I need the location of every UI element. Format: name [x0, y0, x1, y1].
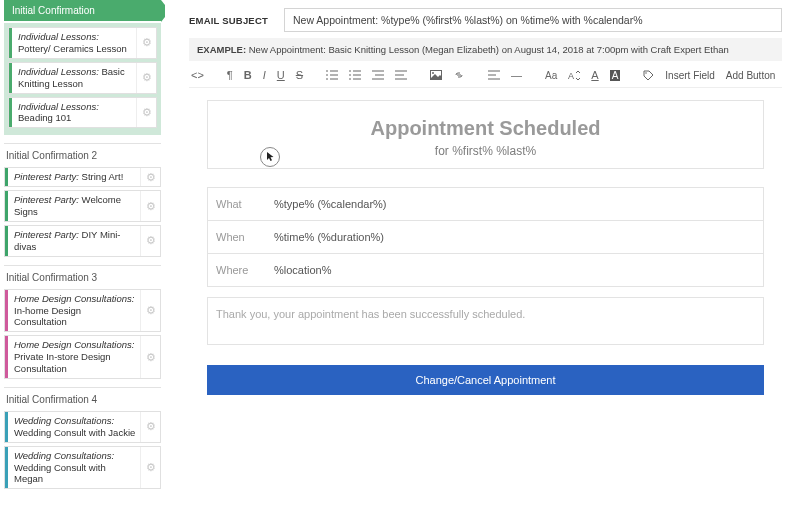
- sidebar-item[interactable]: Pinterest Party: String Art!⚙: [4, 167, 161, 187]
- gear-icon[interactable]: ⚙: [140, 226, 160, 256]
- example-text: New Appointment: Basic Knitting Lesson (…: [249, 44, 729, 55]
- detail-label: Where: [208, 254, 266, 286]
- thanks-block[interactable]: Thank you, your appointment has been suc…: [207, 297, 764, 345]
- change-cancel-button[interactable]: Change/Cancel Appointment: [207, 365, 764, 395]
- sidebar-item[interactable]: Individual Lessons: Beading 101⚙: [8, 97, 157, 129]
- example-label: EXAMPLE:: [197, 44, 246, 55]
- sidebar-item[interactable]: Home Design Consultations: In-home Desig…: [4, 289, 161, 333]
- gear-icon[interactable]: ⚙: [140, 290, 160, 332]
- detail-row: What%type% (%calendar%): [208, 188, 763, 221]
- cursor-icon: [260, 147, 280, 167]
- editor-toolbar: <> ¶ B I U S: [189, 65, 782, 88]
- sidebar-item-label: Pinterest Party: DIY Mini-divas: [8, 226, 140, 256]
- svg-text:A: A: [568, 71, 574, 81]
- detail-value: %location%: [266, 254, 763, 286]
- hr-icon[interactable]: —: [511, 69, 522, 81]
- list-ol-icon[interactable]: [349, 70, 361, 80]
- gear-icon[interactable]: ⚙: [136, 98, 156, 128]
- sidebar-item[interactable]: Individual Lessons: Basic Knitting Lesso…: [8, 62, 157, 94]
- sidebar-item-label: Pinterest Party: Welcome Signs: [8, 191, 140, 221]
- gear-icon[interactable]: ⚙: [140, 191, 160, 221]
- detail-label: What: [208, 188, 266, 220]
- sidebar-item[interactable]: Individual Lessons: Pottery/ Ceramics Le…: [8, 27, 157, 59]
- bold-icon[interactable]: B: [244, 69, 252, 81]
- title-block[interactable]: Appointment Scheduled for %first% %last%: [207, 100, 764, 169]
- sidebar-group-header[interactable]: Initial Confirmation 2: [4, 143, 161, 165]
- add-button-button[interactable]: Add Button: [726, 70, 775, 81]
- underline-icon[interactable]: U: [277, 69, 285, 81]
- sidebar-item[interactable]: Wedding Consultations: Wedding Consult w…: [4, 411, 161, 443]
- detail-label: When: [208, 221, 266, 253]
- sidebar-item-label: Individual Lessons: Basic Knitting Lesso…: [12, 63, 136, 93]
- gear-icon[interactable]: ⚙: [140, 168, 160, 186]
- list-ul-icon[interactable]: [326, 70, 338, 80]
- align-icon[interactable]: [488, 70, 500, 80]
- sidebar: Initial ConfirmationIndividual Lessons: …: [0, 0, 165, 525]
- tag-icon[interactable]: [643, 70, 654, 81]
- image-icon[interactable]: [430, 70, 442, 80]
- sidebar-item[interactable]: Wedding Consultations: Wedding Consult w…: [4, 446, 161, 490]
- gear-icon[interactable]: ⚙: [140, 412, 160, 442]
- sidebar-item-label: Wedding Consultations: Wedding Consult w…: [8, 447, 140, 489]
- svg-point-19: [432, 72, 434, 74]
- paragraph-icon[interactable]: ¶: [227, 69, 233, 81]
- italic-icon[interactable]: I: [263, 69, 266, 81]
- sidebar-item-label: Home Design Consultations: Private In-st…: [8, 336, 140, 378]
- link-icon[interactable]: [453, 70, 465, 80]
- indent-icon[interactable]: [395, 70, 407, 80]
- sidebar-item[interactable]: Home Design Consultations: Private In-st…: [4, 335, 161, 379]
- sidebar-item-label: Wedding Consultations: Wedding Consult w…: [8, 412, 140, 442]
- gear-icon[interactable]: ⚙: [140, 336, 160, 378]
- detail-row: Where%location%: [208, 254, 763, 286]
- sidebar-item-label: Individual Lessons: Beading 101: [12, 98, 136, 128]
- subject-label: EMAIL SUBJECT: [189, 15, 268, 26]
- email-editor[interactable]: Appointment Scheduled for %first% %last%…: [189, 100, 782, 395]
- gear-icon[interactable]: ⚙: [136, 63, 156, 93]
- sidebar-item-label: Individual Lessons: Pottery/ Ceramics Le…: [12, 28, 136, 58]
- detail-value: %type% (%calendar%): [266, 188, 763, 220]
- text-color-icon[interactable]: A: [591, 69, 598, 81]
- sidebar-group-header[interactable]: Initial Confirmation 4: [4, 387, 161, 409]
- code-icon[interactable]: <>: [191, 69, 204, 81]
- detail-value: %time% (%duration%): [266, 221, 763, 253]
- font-family-icon[interactable]: Aa: [545, 70, 557, 81]
- appointment-title: Appointment Scheduled: [222, 117, 749, 140]
- sidebar-group-header[interactable]: Initial Confirmation 3: [4, 265, 161, 287]
- strike-icon[interactable]: S: [296, 69, 303, 81]
- example-row: EXAMPLE: New Appointment: Basic Knitting…: [189, 38, 782, 61]
- sidebar-group-header[interactable]: Initial Confirmation: [4, 0, 161, 21]
- sidebar-item-label: Home Design Consultations: In-home Desig…: [8, 290, 140, 332]
- gear-icon[interactable]: ⚙: [140, 447, 160, 489]
- details-table: What%type% (%calendar%)When%time% (%dura…: [207, 187, 764, 287]
- sidebar-item[interactable]: Pinterest Party: Welcome Signs⚙: [4, 190, 161, 222]
- detail-row: When%time% (%duration%): [208, 221, 763, 254]
- subject-input[interactable]: [284, 8, 782, 32]
- svg-point-24: [646, 72, 648, 74]
- font-size-icon[interactable]: A: [568, 70, 580, 81]
- gear-icon[interactable]: ⚙: [136, 28, 156, 58]
- sidebar-item-label: Pinterest Party: String Art!: [8, 168, 140, 186]
- sidebar-item[interactable]: Pinterest Party: DIY Mini-divas⚙: [4, 225, 161, 257]
- for-line: for %first% %last%: [222, 144, 749, 158]
- insert-field-button[interactable]: Insert Field: [665, 70, 714, 81]
- main-panel: EMAIL SUBJECT EXAMPLE: New Appointment: …: [165, 0, 800, 525]
- outdent-icon[interactable]: [372, 70, 384, 80]
- bg-color-icon[interactable]: A: [610, 70, 621, 81]
